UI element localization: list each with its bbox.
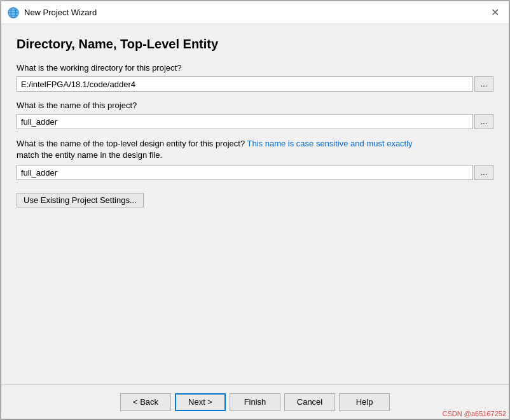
close-button[interactable]: ✕ xyxy=(487,5,502,20)
finish-button[interactable]: Finish xyxy=(230,393,280,411)
watermark: CSDN @a65167252 xyxy=(443,410,506,417)
top-level-input[interactable] xyxy=(17,165,473,180)
app-icon xyxy=(8,7,19,18)
project-name-input[interactable] xyxy=(17,114,473,129)
cancel-button[interactable]: Cancel xyxy=(284,393,335,411)
next-button[interactable]: Next > xyxy=(175,393,226,411)
project-name-label: What is the name of this project? xyxy=(17,101,493,110)
top-level-desc-highlight: This name is case sensitive and must exa… xyxy=(247,139,413,148)
working-dir-browse-button[interactable]: ... xyxy=(474,76,493,92)
working-dir-label: What is the working directory for this p… xyxy=(17,63,493,73)
window-title: New Project Wizard xyxy=(24,8,487,17)
help-button[interactable]: Help xyxy=(339,393,390,411)
top-level-description: What is the name of the top-level design… xyxy=(17,138,493,161)
back-button[interactable]: < Back xyxy=(120,393,171,411)
footer: < Back Next > Finish Cancel Help xyxy=(1,384,509,419)
project-name-row: ... xyxy=(17,114,493,129)
top-level-row: ... xyxy=(17,165,493,180)
project-name-browse-button[interactable]: ... xyxy=(474,114,493,129)
working-dir-input[interactable] xyxy=(17,76,473,92)
main-content: Directory, Name, Top-Level Entity What i… xyxy=(1,24,509,384)
top-level-desc-part2: match the entity name in the design file… xyxy=(17,150,162,160)
use-existing-button[interactable]: Use Existing Project Settings... xyxy=(17,193,144,207)
top-level-desc-part1: What is the name of the top-level design… xyxy=(17,139,247,148)
page-title: Directory, Name, Top-Level Entity xyxy=(17,37,493,52)
dialog-window: New Project Wizard ✕ Directory, Name, To… xyxy=(1,1,509,419)
working-dir-row: ... xyxy=(17,76,493,92)
top-level-browse-button[interactable]: ... xyxy=(474,165,493,180)
title-bar: New Project Wizard ✕ xyxy=(1,1,509,24)
